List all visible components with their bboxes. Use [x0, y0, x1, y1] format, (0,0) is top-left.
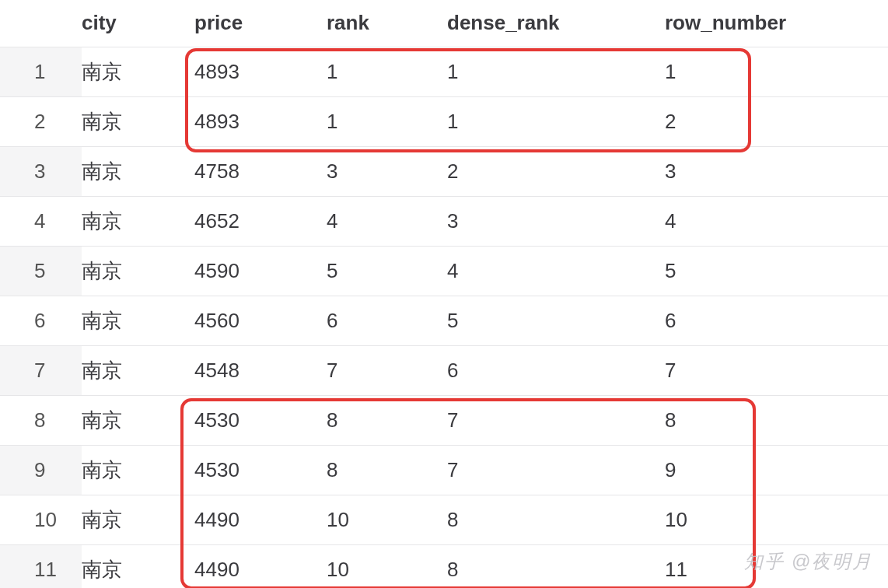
cell-dense-rank: 8	[447, 495, 665, 544]
cell-dense-rank: 1	[447, 47, 665, 96]
table-row: 2 南京 4893 1 1 2	[0, 96, 888, 146]
cell-dense-rank: 1	[447, 96, 665, 146]
col-row-number: row_number	[665, 0, 888, 47]
table-row: 7 南京 4548 7 6 7	[0, 345, 888, 395]
cell-rank: 10	[327, 544, 447, 588]
col-city: city	[82, 0, 194, 47]
col-dense-rank: dense_rank	[447, 0, 665, 47]
cell-row-number: 10	[665, 495, 888, 544]
cell-price: 4758	[194, 146, 327, 196]
table-row: 6 南京 4560 6 5 6	[0, 296, 888, 345]
cell-index: 8	[0, 395, 82, 445]
cell-rank: 3	[327, 146, 447, 196]
cell-row-number: 3	[665, 146, 888, 196]
col-index	[0, 0, 82, 47]
cell-dense-rank: 3	[447, 196, 665, 246]
cell-price: 4560	[194, 296, 327, 345]
cell-city: 南京	[82, 296, 194, 345]
cell-dense-rank: 2	[447, 146, 665, 196]
cell-rank: 1	[327, 47, 447, 96]
table-row: 10 南京 4490 10 8 10	[0, 495, 888, 544]
cell-price: 4490	[194, 495, 327, 544]
cell-rank: 6	[327, 296, 447, 345]
cell-index: 4	[0, 196, 82, 246]
cell-index: 9	[0, 445, 82, 495]
cell-row-number: 5	[665, 246, 888, 296]
table-row: 4 南京 4652 4 3 4	[0, 196, 888, 246]
cell-index: 3	[0, 146, 82, 196]
cell-dense-rank: 7	[447, 445, 665, 495]
cell-city: 南京	[82, 246, 194, 296]
cell-row-number: 11	[665, 544, 888, 588]
cell-dense-rank: 4	[447, 246, 665, 296]
table-row: 3 南京 4758 3 2 3	[0, 146, 888, 196]
cell-city: 南京	[82, 96, 194, 146]
cell-rank: 8	[327, 395, 447, 445]
cell-index: 11	[0, 544, 82, 588]
cell-index: 2	[0, 96, 82, 146]
cell-price: 4530	[194, 445, 327, 495]
col-rank: rank	[327, 0, 447, 47]
cell-city: 南京	[82, 196, 194, 246]
cell-dense-rank: 8	[447, 544, 665, 588]
cell-city: 南京	[82, 395, 194, 445]
cell-row-number: 4	[665, 196, 888, 246]
table-row: 9 南京 4530 8 7 9	[0, 445, 888, 495]
cell-dense-rank: 5	[447, 296, 665, 345]
cell-price: 4530	[194, 395, 327, 445]
cell-row-number: 7	[665, 345, 888, 395]
cell-rank: 4	[327, 196, 447, 246]
cell-dense-rank: 7	[447, 395, 665, 445]
data-table: city price rank dense_rank row_number 1 …	[0, 0, 888, 588]
table-row: 1 南京 4893 1 1 1	[0, 47, 888, 96]
col-price: price	[194, 0, 327, 47]
cell-city: 南京	[82, 47, 194, 96]
cell-index: 7	[0, 345, 82, 395]
header-row: city price rank dense_rank row_number	[0, 0, 888, 47]
cell-price: 4652	[194, 196, 327, 246]
cell-city: 南京	[82, 345, 194, 395]
cell-city: 南京	[82, 445, 194, 495]
cell-row-number: 2	[665, 96, 888, 146]
cell-rank: 1	[327, 96, 447, 146]
cell-rank: 10	[327, 495, 447, 544]
table-row: 8 南京 4530 8 7 8	[0, 395, 888, 445]
cell-price: 4490	[194, 544, 327, 588]
cell-index: 1	[0, 47, 82, 96]
cell-price: 4893	[194, 47, 327, 96]
cell-price: 4548	[194, 345, 327, 395]
cell-city: 南京	[82, 544, 194, 588]
cell-row-number: 6	[665, 296, 888, 345]
cell-city: 南京	[82, 146, 194, 196]
cell-rank: 5	[327, 246, 447, 296]
cell-row-number: 1	[665, 47, 888, 96]
cell-city: 南京	[82, 495, 194, 544]
cell-dense-rank: 6	[447, 345, 665, 395]
cell-price: 4893	[194, 96, 327, 146]
table-row: 5 南京 4590 5 4 5	[0, 246, 888, 296]
cell-index: 10	[0, 495, 82, 544]
cell-row-number: 9	[665, 445, 888, 495]
table-row: 11 南京 4490 10 8 11	[0, 544, 888, 588]
cell-rank: 8	[327, 445, 447, 495]
cell-row-number: 8	[665, 395, 888, 445]
cell-rank: 7	[327, 345, 447, 395]
cell-index: 5	[0, 246, 82, 296]
cell-index: 6	[0, 296, 82, 345]
cell-price: 4590	[194, 246, 327, 296]
